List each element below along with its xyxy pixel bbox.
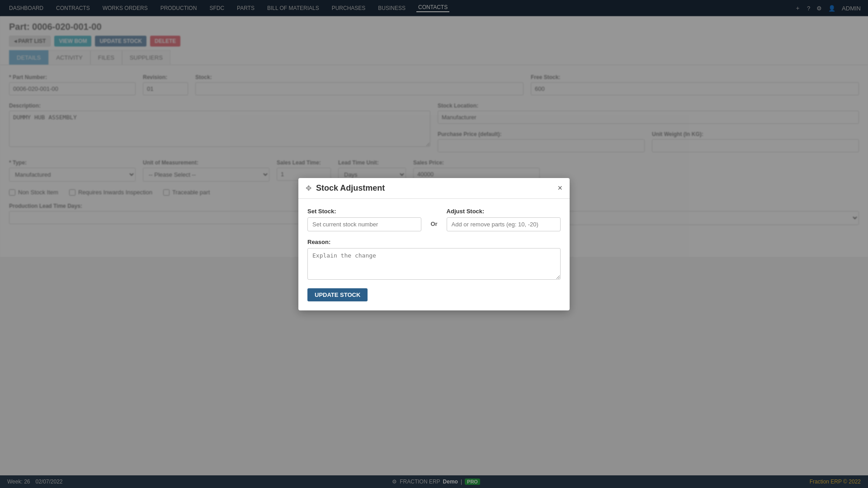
- set-stock-label: Set Stock:: [307, 208, 421, 215]
- modal-overlay[interactable]: ✥ Stock Adjustment × Set Stock: Or Adjus…: [0, 0, 868, 257]
- modal-or: Or: [430, 208, 437, 227]
- modal-adjust-stock: Adjust Stock:: [447, 208, 561, 231]
- modal-set-stock: Set Stock:: [307, 208, 421, 231]
- modal: ✥ Stock Adjustment × Set Stock: Or Adjus…: [298, 178, 570, 258]
- modal-close-button[interactable]: ×: [557, 184, 562, 192]
- modal-header: ✥ Stock Adjustment ×: [298, 178, 570, 199]
- modal-reason: Reason:: [307, 239, 561, 258]
- modal-header-left: ✥ Stock Adjustment: [306, 183, 385, 193]
- modal-drag-icon: ✥: [306, 184, 311, 192]
- set-stock-input[interactable]: [307, 217, 421, 231]
- modal-body: Set Stock: Or Adjust Stock: Reason: UPDA…: [298, 199, 570, 258]
- modal-set-adjust-row: Set Stock: Or Adjust Stock:: [307, 208, 561, 231]
- adjust-stock-label: Adjust Stock:: [447, 208, 561, 215]
- adjust-stock-input[interactable]: [447, 217, 561, 231]
- reason-label: Reason:: [307, 239, 561, 245]
- modal-title: Stock Adjustment: [316, 183, 385, 193]
- reason-textarea[interactable]: [307, 248, 561, 258]
